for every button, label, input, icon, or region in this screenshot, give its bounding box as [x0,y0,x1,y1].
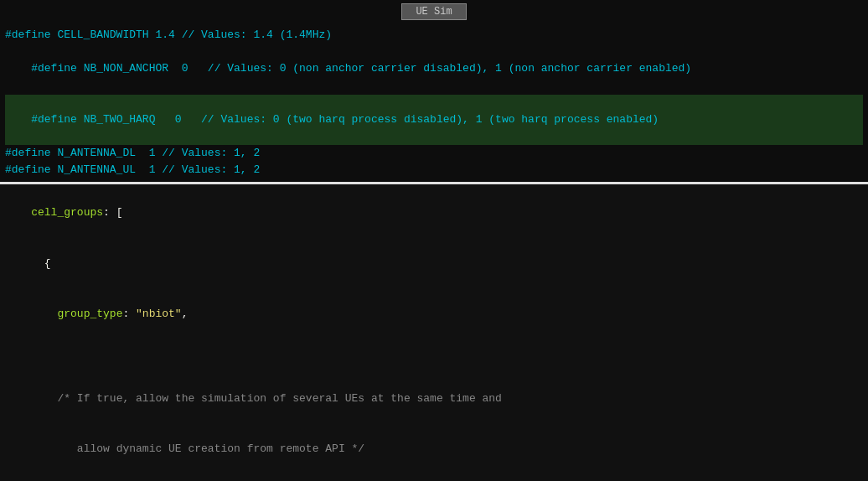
code-line-1: #define CELL_BANDWIDTH 1.4 // Values: 1.… [5,27,863,44]
code-line-5: #define N_ANTENNA_UL 1 // Values: 1, 2 [5,162,863,178]
ue-sim-button[interactable]: UE Sim [401,3,466,20]
title-bar: UE Sim [0,0,868,23]
bottom-line-blank2 [5,357,863,374]
code-line-2: #define NB_NON_ANCHOR 0 // Values: 0 (no… [5,44,863,94]
bottom-line-1: cell_groups: [ [5,188,863,238]
bottom-line-2: { [5,239,863,289]
bottom-line-multi-ue: multi_ue: true, [5,475,863,481]
bottom-line-3: group_type: "nbiot", [5,289,863,339]
code-line-4: #define N_ANTENNA_DL 1 // Values: 1, 2 [5,145,863,162]
code-line-3: #define NB_TWO_HARQ 0 // Values: 0 (two … [5,95,863,145]
bottom-line-comment2: allow dynamic UE creation from remote AP… [5,424,863,474]
top-code-section: #define CELL_BANDWIDTH 1.4 // Values: 1.… [0,23,868,182]
bottom-line-comment1: /* If true, allow the simulation of seve… [5,374,863,424]
bottom-line-blank1 [5,340,863,357]
bottom-code-section: cell_groups: [ { group_type: "nbiot", /*… [0,184,868,481]
